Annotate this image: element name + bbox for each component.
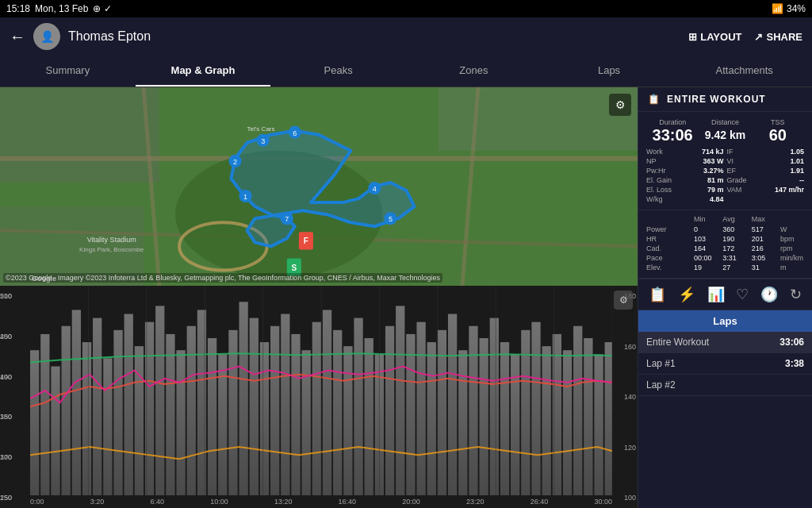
- svg-rect-77: [511, 354, 519, 495]
- svg-rect-61: [343, 346, 352, 495]
- svg-rect-46: [187, 326, 196, 495]
- x-label-3000: 30:00: [594, 498, 612, 506]
- svg-rect-79: [531, 322, 540, 495]
- grade-label: Grade: [727, 176, 747, 184]
- status-date: Mon, 13 Feb: [35, 3, 88, 14]
- y-hr-210: 210: [0, 292, 22, 300]
- share-button[interactable]: ↗ SHARE: [754, 31, 802, 43]
- workout-title: ENTIRE WORKOUT: [667, 94, 766, 105]
- svg-text:4: 4: [373, 185, 377, 193]
- svg-rect-82: [563, 350, 572, 495]
- svg-rect-80: [542, 346, 551, 495]
- svg-rect-57: [302, 350, 311, 495]
- svg-rect-59: [323, 310, 331, 495]
- x-label-640: 6:40: [150, 498, 164, 506]
- svg-rect-58: [312, 322, 321, 495]
- graph-settings-button[interactable]: ⚙: [614, 291, 633, 310]
- ef-stat: EF 1.91: [727, 167, 805, 175]
- svg-text:Vitality Stadium: Vitality Stadium: [87, 236, 136, 244]
- work-label: Work: [646, 148, 663, 156]
- battery-text: 34%: [787, 3, 806, 14]
- mam-cad-row: Cad. 164 172 216 rpm: [646, 244, 804, 252]
- laps-section: Laps Entire Workout 33:06 Lap #1 3:38 La…: [638, 310, 812, 508]
- np-value: 363 W: [703, 157, 723, 165]
- laps-header: Laps: [638, 310, 812, 332]
- svg-rect-62: [354, 318, 362, 495]
- svg-rect-51: [239, 302, 247, 495]
- elloss-value: 79 m: [707, 186, 724, 194]
- tab-map-graph[interactable]: Map & Graph: [136, 56, 271, 87]
- heart-icon[interactable]: ♡: [736, 286, 749, 303]
- svg-rect-35: [72, 310, 81, 495]
- tss-label: TSS: [752, 118, 804, 126]
- svg-text:7: 7: [285, 215, 289, 223]
- map-route-svg: F S 2 1 6 7 5 4: [0, 87, 638, 286]
- share-label: SHARE: [766, 31, 802, 43]
- y-hr-150: 150: [0, 494, 22, 502]
- tab-attachments[interactable]: Attachments: [676, 56, 812, 87]
- map-credit: ©2023 Google · Imagery ©2023 Infoterra L…: [3, 273, 442, 283]
- vi-label: VI: [727, 157, 734, 165]
- detail-stats: Work 714 kJ IF 1.05 NP 363 W VI 1.01 Pw:…: [646, 148, 804, 203]
- status-bar: 15:18 Mon, 13 Feb ⊕ ✓ 📶 34%: [0, 0, 812, 17]
- x-label-320: 3:20: [90, 498, 105, 506]
- y-r-160: 160: [624, 343, 636, 351]
- tab-peaks[interactable]: Peaks: [270, 56, 406, 87]
- lap-entire-workout[interactable]: Entire Workout 33:06: [638, 332, 812, 353]
- pwhr-label: Pw:Hr: [646, 167, 666, 175]
- lap-2[interactable]: Lap #2: [638, 375, 812, 396]
- status-time: 15:18: [6, 3, 30, 14]
- svg-rect-86: [605, 342, 612, 495]
- distance-value: 9.42 km: [699, 126, 751, 141]
- lap-1[interactable]: Lap #1 3:38: [638, 353, 812, 375]
- y-hr-170: 170: [0, 453, 22, 461]
- y-r-140: 140: [624, 393, 636, 401]
- y-hr-190: 190: [0, 373, 22, 381]
- svg-rect-83: [573, 326, 582, 495]
- y-axis-hr: 210 200 190 180 170 150: [0, 286, 22, 508]
- layout-button[interactable]: ⊞ LAYOUT: [688, 31, 741, 43]
- workout-icon: 📋: [648, 94, 661, 105]
- y-r-100: 100: [624, 494, 636, 502]
- svg-rect-41: [135, 346, 144, 495]
- svg-rect-74: [479, 338, 488, 495]
- map-settings-button[interactable]: ⚙: [609, 94, 631, 116]
- svg-rect-66: [396, 306, 404, 495]
- y-hr-200: 200: [0, 333, 22, 341]
- clock-icon[interactable]: 🕐: [760, 286, 778, 303]
- workout-header: 📋 ENTIRE WORKOUT: [638, 87, 812, 112]
- layout-label: LAYOUT: [700, 31, 741, 43]
- svg-text:S: S: [291, 264, 297, 272]
- lightning-icon[interactable]: ⚡: [678, 286, 695, 303]
- svg-text:5: 5: [389, 215, 393, 223]
- grade-value: --: [799, 176, 804, 184]
- elloss-label: El. Loss: [646, 186, 672, 194]
- svg-rect-72: [458, 350, 467, 495]
- work-stat: Work 714 kJ: [646, 148, 724, 156]
- svg-rect-69: [427, 342, 436, 495]
- distance-label: Distance: [699, 118, 751, 126]
- tab-summary[interactable]: Summary: [0, 56, 136, 87]
- svg-rect-54: [270, 326, 279, 495]
- np-stat: NP 363 W: [646, 157, 724, 165]
- back-button[interactable]: ←: [10, 28, 25, 46]
- lap-1-time: 3:38: [785, 358, 804, 369]
- elgain-value: 81 m: [707, 176, 724, 184]
- mam-power-row: Power 0 360 517 W: [646, 225, 804, 233]
- map-area[interactable]: F S 2 1 6 7 5 4: [0, 87, 638, 286]
- svg-rect-53: [260, 342, 269, 495]
- lap-2-name: Lap #2: [646, 379, 676, 391]
- svg-rect-43: [155, 306, 164, 495]
- svg-rect-40: [124, 314, 133, 495]
- chart-icon[interactable]: 📊: [707, 286, 725, 303]
- svg-rect-75: [490, 318, 499, 495]
- metric-icons: 📋 ⚡ 📊 ♡ 🕐 ↻: [638, 279, 812, 310]
- refresh-icon[interactable]: ↻: [790, 286, 802, 303]
- tab-zones[interactable]: Zones: [406, 56, 542, 87]
- x-label-1000: 10:00: [210, 498, 228, 506]
- clipboard-icon[interactable]: 📋: [649, 286, 666, 303]
- svg-rect-50: [228, 330, 237, 495]
- tab-laps[interactable]: Laps: [542, 56, 677, 87]
- svg-rect-55: [281, 314, 289, 495]
- avatar: 👤: [33, 23, 60, 50]
